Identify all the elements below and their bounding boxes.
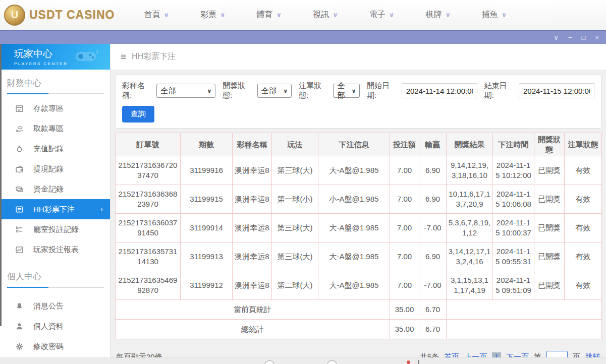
notification-dot-icon [407, 360, 410, 364]
cell-order-no: 2152173163603791450 [116, 214, 181, 242]
col-order-no: 訂單號 [116, 133, 181, 156]
checklist-icon [15, 225, 24, 234]
footer-divider [418, 360, 419, 364]
nav-label: 體育 [257, 10, 273, 20]
bets-table-wrap: 訂單號 期數 彩種名稱 玩法 下注信息 投注額 輸贏 開獎結果 下注時間 開獎狀… [115, 133, 601, 339]
cell-winloss: -7.00 [419, 271, 447, 300]
sidebar-item-label: 取款專區 [33, 124, 64, 134]
nav-item-sports[interactable]: 體育 ∨ [257, 10, 282, 20]
draw-status-select[interactable]: 全部 ∨ [257, 84, 292, 98]
cell-bet-info: 大-A盤@1.985 [318, 271, 390, 300]
gear-icon [15, 342, 24, 351]
sidebar-item-change-password[interactable]: 修改密碼 [0, 336, 110, 356]
sidebar-item-profile[interactable]: 個人資料 [0, 316, 110, 336]
cell-order-status: 有效 [565, 271, 602, 300]
cell-winloss: 6.90 [419, 185, 447, 214]
cell-bet-amount: 7.00 [390, 214, 419, 242]
cell-bet-time: 2024-11-15 10:12:00 [493, 156, 534, 185]
draw-status-label: 開獎狀態: [223, 81, 254, 100]
cell-period: 31199915 [181, 185, 233, 214]
current-page-bet-total: 35.00 [390, 300, 419, 320]
sidebar-item-announcements[interactable]: 消息公告 [0, 296, 110, 316]
search-button[interactable]: 查詢 [122, 106, 154, 123]
nav-item-fishing[interactable]: 捕魚 ∨ [482, 10, 507, 20]
cell-bet-time: 2024-11-15 09:51:09 [493, 271, 534, 300]
cell-draw-status: 已開獎 [534, 242, 565, 271]
table-row: 2152173163636823970 31199915 澳洲幸运8 第一球(小… [116, 185, 602, 214]
nav-label: 視訊 [313, 10, 329, 20]
cell-draw-status: 已開獎 [534, 185, 565, 214]
sidebar-item-player-bet-report[interactable]: 玩家投注報表 [0, 239, 110, 260]
cell-lottery-name: 澳洲幸运8 [233, 271, 272, 300]
sidebar-item-deposit[interactable]: 存款專區 [0, 98, 110, 118]
cell-play-type: 第三球(大) [272, 214, 318, 242]
lottery-name-label: 彩種名稱: [122, 81, 153, 100]
cell-order-status: 有效 [565, 214, 602, 242]
section-title: 財務中心 [7, 77, 103, 89]
col-bet-time: 下注時間 [493, 133, 534, 156]
sidebar-item-hall-bet-record[interactable]: 廳室投註記錄 [0, 219, 110, 239]
cell-bet-amount: 7.00 [390, 242, 419, 271]
maximize-icon[interactable]: □ [582, 34, 586, 41]
nav-item-home[interactable]: 首頁 ∨ [144, 10, 169, 20]
section-finance-center: 財務中心 [0, 70, 110, 94]
order-status-label: 注單狀態: [299, 81, 330, 100]
nav-item-cards[interactable]: 棋牌 ∨ [425, 10, 451, 20]
nav-item-live[interactable]: 視訊 ∨ [313, 10, 338, 20]
chevron-down-icon[interactable]: ∨ [554, 34, 559, 41]
hamburger-menu-icon[interactable]: ≡ [121, 51, 126, 63]
cell-period: 31199916 [181, 156, 233, 185]
coin-logo-icon: U [4, 5, 25, 26]
footer-circle-icon [264, 360, 274, 364]
sidebar-item-funds-record[interactable]: 資金記錄 [0, 179, 110, 199]
sidebar-item-recharge-record[interactable]: 充值記錄 [0, 139, 110, 159]
sidebar: 玩家中心 PLAYERS CENTER 財務中心 存款專區 [0, 44, 111, 364]
chevron-down-icon: ∨ [351, 88, 356, 94]
col-order-status: 注單狀態 [565, 133, 602, 156]
minimize-icon[interactable]: − [568, 34, 572, 41]
sidebar-item-label: 充值記錄 [33, 144, 64, 154]
cell-order-status: 有效 [565, 242, 602, 271]
chart-report-icon [15, 246, 24, 254]
wallet-icon [15, 165, 24, 173]
ticket-list-icon [15, 205, 24, 214]
sidebar-item-hh-lottery-bets[interactable]: HH彩票下注 › [0, 199, 110, 219]
grand-total-stats-row: 總統計 35.00 6.70 [116, 320, 602, 339]
cell-draw-result: 3,14,12,17,13,2,4,16 [447, 242, 493, 271]
site-top-bar: U USDT CASINO 首頁 ∨ 彩票 ∨ 體育 ∨ 視訊 ∨ 電子 ∨ 棋… [0, 0, 606, 30]
sidebar-item-cashout-record[interactable]: 提現記錄 [0, 159, 110, 179]
section-underline [7, 93, 104, 94]
cell-period: 31199913 [181, 242, 233, 271]
brand-logo[interactable]: U USDT CASINO [4, 5, 115, 26]
order-status-select[interactable]: 全部 ∨ [333, 84, 360, 98]
lottery-name-select[interactable]: 全部 ∨ [156, 84, 215, 98]
end-date-input[interactable] [519, 83, 594, 98]
grand-total-winloss: 6.70 [419, 320, 447, 339]
empty-cell [447, 320, 602, 339]
cell-draw-result: 10,11,6,17,13,7,20,9 [447, 185, 493, 214]
current-page-winloss-total: 6.70 [419, 300, 447, 320]
nav-item-slots[interactable]: 電子 ∨ [369, 10, 395, 20]
sidebar-item-label: 提現記錄 [33, 164, 64, 174]
cell-bet-info: 小-A盤@1.985 [318, 185, 390, 214]
brand-name: USDT CASINO [29, 8, 115, 22]
money-bag-icon [15, 145, 24, 153]
cell-play-type: 第三球(大) [272, 156, 318, 185]
cell-bet-info: 大-A盤@1.985 [318, 156, 390, 185]
sidebar-item-withdraw[interactable]: 取款專區 [0, 118, 110, 139]
cell-lottery-name: 澳洲幸运8 [233, 185, 272, 214]
nav-item-lottery[interactable]: 彩票 ∨ [200, 10, 226, 20]
cell-bet-time: 2024-11-15 10:00:37 [493, 214, 534, 242]
chevron-down-icon: ∨ [277, 11, 282, 19]
cell-lottery-name: 澳洲幸运8 [233, 242, 272, 271]
chevron-right-icon: › [100, 205, 103, 213]
cell-bet-amount: 7.00 [390, 156, 419, 185]
cell-period: 31199912 [181, 271, 233, 300]
start-date-input[interactable] [402, 83, 477, 98]
chevron-down-icon: ∨ [283, 88, 288, 94]
close-icon[interactable]: × [595, 34, 599, 41]
section-personal-center: 個人中心 [0, 260, 110, 288]
bets-table: 訂單號 期數 彩種名稱 玩法 下注信息 投注額 輸贏 開獎結果 下注時間 開獎狀… [115, 133, 602, 339]
bell-icon [15, 302, 24, 311]
chevron-down-icon: ∨ [502, 11, 507, 19]
